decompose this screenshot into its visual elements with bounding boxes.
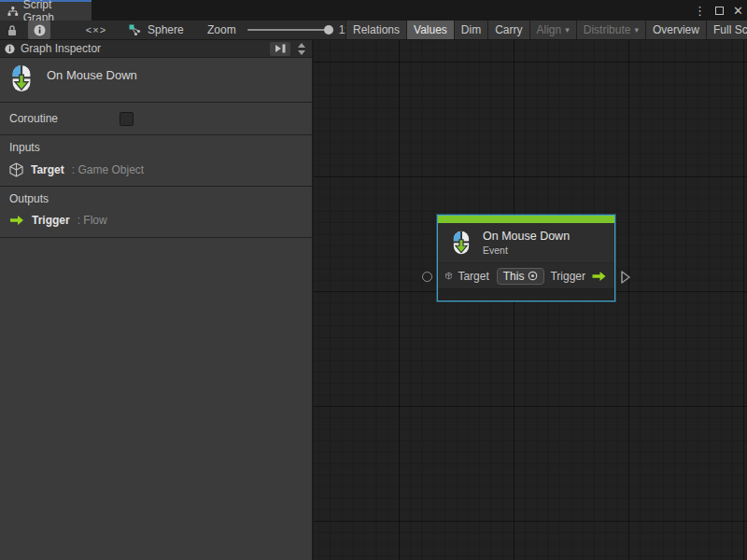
window-close-icon[interactable]: ✕ — [733, 5, 743, 17]
target-value-chip[interactable]: This — [497, 268, 545, 285]
info-toggle-button[interactable] — [28, 21, 50, 39]
chevron-down-icon: ▾ — [565, 25, 570, 35]
node-trigger-port[interactable] — [620, 270, 631, 285]
toolbar-buttons: Relations Values Dim Carry Align ▾ Distr… — [345, 21, 747, 39]
overview-button[interactable]: Overview — [646, 21, 707, 39]
unit-summary: On Mouse Down — [0, 58, 312, 103]
inspector-title: Graph Inspector — [21, 42, 264, 55]
flow-arrow-icon — [9, 215, 24, 226]
carry-button[interactable]: Carry — [488, 21, 529, 39]
output-type: : Flow — [78, 214, 107, 227]
edit-source-icon[interactable]: <×> — [75, 24, 118, 35]
unit-title: On Mouse Down — [47, 68, 137, 82]
input-name: Target — [31, 163, 64, 176]
node-trigger-label: Trigger — [550, 270, 585, 283]
output-row-trigger: Trigger : Flow — [9, 214, 303, 227]
graph-pointer-icon — [129, 24, 142, 36]
dim-button[interactable]: Dim — [455, 21, 488, 39]
chevron-down-icon: ▾ — [634, 25, 639, 35]
node-target-port[interactable] — [422, 272, 432, 282]
input-type: : Game Object — [72, 163, 144, 176]
node-footer — [438, 288, 614, 301]
node-header[interactable]: On Mouse Down Event — [438, 223, 614, 262]
coroutine-label: Coroutine — [9, 112, 120, 125]
target-value: This — [503, 270, 525, 283]
graph-canvas[interactable]: On Mouse Down Event Target This Tri — [314, 40, 747, 560]
window-controls: ⋮ ✕ — [694, 0, 743, 21]
node-color-bar — [438, 216, 614, 223]
align-button[interactable]: Align ▾ — [530, 21, 577, 39]
cube-icon — [445, 269, 452, 283]
graph-tab-icon — [7, 6, 19, 17]
fullscreen-button[interactable]: Full Screen — [707, 21, 747, 39]
window-menu-icon[interactable]: ⋮ — [694, 5, 706, 17]
cube-icon — [9, 162, 23, 177]
outputs-section: Outputs Trigger : Flow — [0, 187, 312, 238]
zoom-slider-handle[interactable] — [324, 25, 333, 35]
mouse-down-icon — [449, 230, 473, 256]
tab-script-graph[interactable]: Script Graph — [0, 0, 92, 21]
graph-reference-label: Sphere — [148, 23, 184, 36]
inputs-section: Inputs Target : Game Object — [0, 135, 312, 187]
window-maximize-icon[interactable] — [715, 5, 724, 17]
zoom-label: Zoom — [207, 23, 236, 36]
inputs-title: Inputs — [9, 141, 303, 154]
mouse-down-icon — [7, 63, 35, 93]
node-ports-row: Target This Trigger — [438, 262, 614, 288]
node-subtitle: Event — [483, 245, 570, 256]
graph-toolbar: <×> Sphere Zoom 1x Relations Values Dim … — [0, 21, 747, 40]
dock-panel-icon[interactable] — [270, 42, 290, 56]
coroutine-checkbox[interactable] — [120, 112, 134, 126]
output-name: Trigger — [32, 214, 70, 227]
lock-icon[interactable] — [0, 21, 24, 39]
panel-spinner[interactable] — [296, 43, 307, 55]
info-icon — [34, 24, 46, 36]
outputs-title: Outputs — [9, 192, 303, 205]
title-bar: Script Graph ⋮ ✕ — [0, 0, 747, 21]
flow-arrow-icon — [591, 271, 607, 282]
zoom-control: Zoom 1x — [207, 21, 350, 39]
node-target-label: Target — [458, 270, 488, 283]
arrow-up-icon — [298, 43, 305, 48]
unity-script-graph-window: Script Graph ⋮ ✕ <×> — [0, 0, 747, 560]
node-title: On Mouse Down — [483, 230, 570, 243]
zoom-slider[interactable] — [247, 29, 331, 31]
arrow-down-icon — [298, 50, 305, 55]
values-button[interactable]: Values — [407, 21, 455, 39]
info-icon — [5, 44, 15, 54]
graph-reference[interactable]: Sphere — [129, 21, 184, 39]
relations-button[interactable]: Relations — [345, 21, 407, 39]
on-mouse-down-node[interactable]: On Mouse Down Event Target This Tri — [437, 215, 615, 301]
graph-inspector-panel: Graph Inspector On Mouse Down — [0, 40, 313, 560]
coroutine-row: Coroutine — [0, 103, 312, 135]
inspector-header: Graph Inspector — [0, 40, 312, 58]
object-picker-icon[interactable] — [528, 271, 538, 281]
distribute-button[interactable]: Distribute ▾ — [577, 21, 646, 39]
input-row-target: Target : Game Object — [9, 162, 303, 177]
